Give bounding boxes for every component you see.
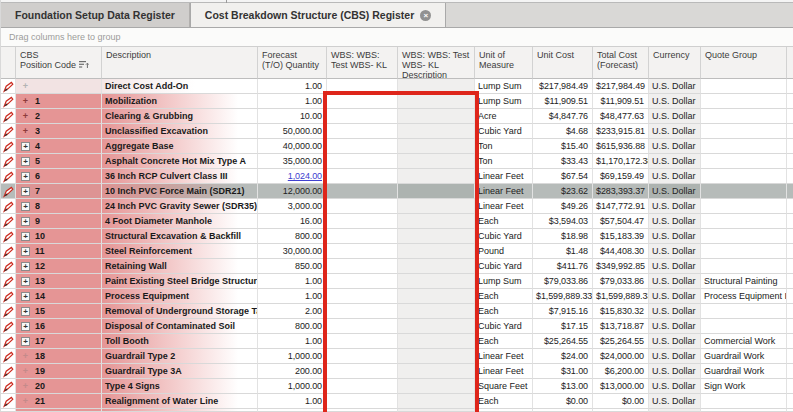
unit-of-measure-cell[interactable]: Linear Feet	[475, 199, 533, 214]
table-row[interactable]: +16 Disposal of Contaminated Soil 800.00…	[1, 319, 793, 334]
currency-cell[interactable]: U.S. Dollar	[649, 79, 701, 94]
table-row[interactable]: +1 Mobilization 1.00 Lump Sum $11,909.51…	[1, 94, 793, 109]
total-cost-cell[interactable]: $147,772.91	[593, 199, 649, 214]
unit-of-measure-cell[interactable]: Ton	[475, 139, 533, 154]
description-cell[interactable]: Guardrail Type 3A	[102, 364, 258, 379]
quote-group-cell[interactable]	[701, 79, 787, 94]
description-cell[interactable]: Disposal of Contaminated Soil	[102, 319, 258, 334]
position-code-cell[interactable]: +5	[16, 154, 102, 169]
wbs-cell[interactable]	[327, 319, 398, 334]
total-cost-cell[interactable]: $1,170,172.38	[593, 154, 649, 169]
wbs-cell[interactable]	[327, 379, 398, 394]
wbs-cell[interactable]	[327, 334, 398, 349]
currency-cell[interactable]: U.S. Dollar	[649, 304, 701, 319]
wbs-description-cell[interactable]	[398, 364, 475, 379]
table-row[interactable]: +13 Paint Existing Steel Bridge Structur…	[1, 274, 793, 289]
expand-plus-icon[interactable]: +	[21, 322, 30, 331]
expand-plus-icon[interactable]: +	[21, 82, 30, 91]
quote-group-cell[interactable]: Guardrail Work	[701, 349, 787, 364]
expand-plus-icon[interactable]: +	[21, 292, 30, 301]
wbs-description-cell[interactable]	[398, 154, 475, 169]
table-row[interactable]: +17 Toll Booth 1.00 Each $25,264.55 $25,…	[1, 334, 793, 349]
expand-plus-icon[interactable]: +	[21, 217, 30, 226]
unit-of-measure-cell[interactable]: Lump Sum	[475, 79, 533, 94]
description-cell[interactable]: Retaining Wall	[102, 259, 258, 274]
quote-group-cell[interactable]	[701, 259, 787, 274]
wbs-description-cell[interactable]	[398, 259, 475, 274]
wbs-description-cell[interactable]	[398, 169, 475, 184]
column-header-quote-group[interactable]: Quote Group	[701, 47, 787, 79]
position-code-cell[interactable]: +19	[16, 364, 102, 379]
forecast-quantity-cell[interactable]: 850.00	[258, 259, 327, 274]
total-cost-cell[interactable]: $44,408.30	[593, 244, 649, 259]
wbs-description-cell[interactable]	[398, 304, 475, 319]
unit-of-measure-cell[interactable]: Acre	[475, 109, 533, 124]
wbs-description-cell[interactable]	[398, 184, 475, 199]
table-row[interactable]: +7 10 Inch PVC Force Main (SDR21) 12,000…	[1, 184, 793, 199]
position-code-cell[interactable]: +8	[16, 199, 102, 214]
table-row[interactable]: +10 Structural Excavation & Backfill 800…	[1, 229, 793, 244]
currency-cell[interactable]: U.S. Dollar	[649, 349, 701, 364]
unit-cost-cell[interactable]: $49.26	[533, 199, 593, 214]
wbs-cell[interactable]	[327, 274, 398, 289]
unit-of-measure-cell[interactable]: Each	[475, 214, 533, 229]
total-cost-cell[interactable]: $24,000.00	[593, 349, 649, 364]
forecast-quantity-cell[interactable]: 2.00	[258, 304, 327, 319]
total-cost-cell[interactable]: $0.00	[593, 394, 649, 409]
position-code-cell[interactable]: +3	[16, 124, 102, 139]
forecast-quantity-cell[interactable]: 10.00	[258, 109, 327, 124]
forecast-quantity-cell[interactable]: 12,000.00	[258, 184, 327, 199]
wbs-description-cell[interactable]	[398, 139, 475, 154]
position-code-cell[interactable]: +7	[16, 184, 102, 199]
currency-cell[interactable]: U.S. Dollar	[649, 334, 701, 349]
expand-plus-icon[interactable]: +	[21, 262, 30, 271]
table-row[interactable]: +5 Asphalt Concrete Hot Mix Type A 35,00…	[1, 154, 793, 169]
unit-of-measure-cell[interactable]: Cubic Yard	[475, 319, 533, 334]
forecast-quantity-cell[interactable]: 1.00	[258, 289, 327, 304]
wbs-description-cell[interactable]	[398, 79, 475, 94]
column-header-unit-of-measure[interactable]: Unit of Measure	[475, 47, 533, 79]
total-cost-cell[interactable]: $283,393.37	[593, 184, 649, 199]
currency-cell[interactable]: U.S. Dollar	[649, 94, 701, 109]
wbs-cell[interactable]	[327, 184, 398, 199]
description-cell[interactable]: Process Equipment	[102, 289, 258, 304]
quote-group-cell[interactable]	[701, 139, 787, 154]
expand-plus-icon[interactable]: +	[21, 97, 30, 106]
currency-cell[interactable]: U.S. Dollar	[649, 229, 701, 244]
unit-cost-cell[interactable]: $18.98	[533, 229, 593, 244]
expand-plus-icon[interactable]: +	[21, 397, 30, 406]
expand-plus-icon[interactable]: +	[21, 307, 30, 316]
position-code-cell[interactable]: +9	[16, 214, 102, 229]
forecast-quantity-cell[interactable]: 1.00	[258, 274, 327, 289]
column-header-description[interactable]: Description	[102, 47, 258, 79]
wbs-cell[interactable]	[327, 244, 398, 259]
table-row[interactable]: +20 Type 4 Signs 1,000.00 Square Feet $1…	[1, 379, 793, 394]
unit-of-measure-cell[interactable]: Cubic Yard	[475, 259, 533, 274]
quote-group-cell[interactable]: Process Equipment Install	[701, 289, 787, 304]
currency-cell[interactable]: U.S. Dollar	[649, 364, 701, 379]
total-cost-cell[interactable]: $15,830.32	[593, 304, 649, 319]
description-cell[interactable]: Unclassified Excavation	[102, 124, 258, 139]
total-cost-cell[interactable]: $349,992.85	[593, 259, 649, 274]
position-code-cell[interactable]: +16	[16, 319, 102, 334]
group-by-drop-zone[interactable]: Drag columns here to group	[1, 28, 793, 47]
close-tab-icon[interactable]: ×	[420, 10, 431, 21]
table-row[interactable]: +14 Process Equipment 1.00 Each $1,599,8…	[1, 289, 793, 304]
unit-cost-cell[interactable]: $1,599,889.33	[533, 289, 593, 304]
unit-of-measure-cell[interactable]: Each	[475, 289, 533, 304]
position-code-cell[interactable]: +17	[16, 334, 102, 349]
quote-group-cell[interactable]: Structural Painting	[701, 274, 787, 289]
description-cell[interactable]: Paint Existing Steel Bridge Structure	[102, 274, 258, 289]
unit-cost-cell[interactable]: $31.00	[533, 364, 593, 379]
position-code-cell[interactable]: +4	[16, 139, 102, 154]
forecast-quantity-cell[interactable]: 1,024.00	[258, 169, 327, 184]
forecast-quantity-cell[interactable]: 1.00	[258, 394, 327, 409]
expand-plus-icon[interactable]: +	[21, 382, 30, 391]
description-cell[interactable]: 10 Inch PVC Force Main (SDR21)	[102, 184, 258, 199]
quote-group-cell[interactable]	[701, 319, 787, 334]
position-code-cell[interactable]: +15	[16, 304, 102, 319]
quote-group-cell[interactable]	[701, 394, 787, 409]
total-cost-cell[interactable]: $615,936.88	[593, 139, 649, 154]
position-code-cell[interactable]: +13	[16, 274, 102, 289]
wbs-cell[interactable]	[327, 139, 398, 154]
